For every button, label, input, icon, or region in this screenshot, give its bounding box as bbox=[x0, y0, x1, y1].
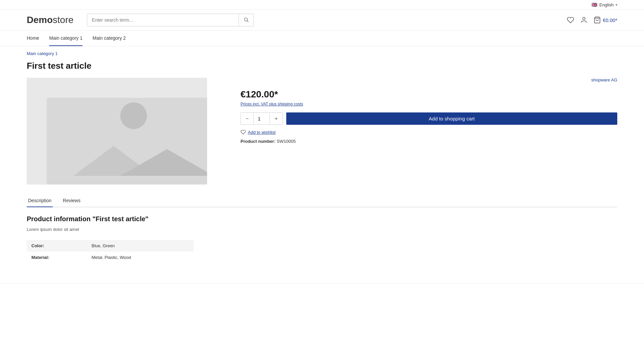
mountains-svg bbox=[53, 139, 207, 179]
cart-price: €0.00* bbox=[603, 17, 617, 23]
property-label-color: Color: bbox=[27, 240, 87, 252]
header-icons: €0.00* bbox=[567, 16, 617, 24]
breadcrumb-label: Main category 1 bbox=[27, 51, 58, 56]
quantity-control: − + bbox=[240, 112, 283, 125]
price-info-link[interactable]: Prices incl. VAT plus shipping costs bbox=[240, 102, 617, 106]
search-icon bbox=[244, 17, 249, 22]
placeholder-mountains bbox=[47, 139, 207, 180]
property-value-color: Blue, Green bbox=[87, 240, 194, 252]
nav-item-home[interactable]: Home bbox=[27, 31, 39, 46]
chevron-down-icon: ▾ bbox=[616, 3, 617, 7]
heart-wishlist-icon bbox=[240, 129, 246, 135]
product-left: First test article bbox=[27, 61, 220, 185]
logo-demo: Demo bbox=[27, 15, 53, 25]
tab-reviews[interactable]: Reviews bbox=[61, 195, 82, 207]
top-bar: 🇬🇧 English ▾ bbox=[0, 0, 644, 10]
heart-header-icon bbox=[567, 16, 574, 24]
account-icon bbox=[580, 16, 588, 24]
properties-table: Color: Blue, Green Material: Metal, Plas… bbox=[27, 240, 194, 263]
product-number-label: Product number: bbox=[240, 139, 276, 144]
search-button[interactable] bbox=[238, 14, 254, 26]
navigation: Home Main category 1 Main category 2 bbox=[0, 31, 644, 46]
manufacturer-link[interactable]: shopware AG bbox=[240, 77, 617, 82]
property-value-material: Metal, Plastic, Wood bbox=[87, 252, 194, 263]
product-image-placeholder bbox=[47, 98, 207, 185]
product-number: Product number: SW10005 bbox=[240, 139, 617, 144]
product-price: €120.00* bbox=[240, 89, 617, 100]
logo-store: store bbox=[53, 15, 73, 25]
search-bar bbox=[87, 14, 254, 26]
nav-item-main-category-2[interactable]: Main category 2 bbox=[93, 31, 126, 46]
product-title: First test article bbox=[27, 61, 220, 71]
footer-divider bbox=[0, 283, 644, 284]
tab-description[interactable]: Description bbox=[27, 195, 53, 207]
quantity-decrease-button[interactable]: − bbox=[241, 113, 253, 124]
quantity-increase-button[interactable]: + bbox=[270, 113, 282, 124]
product-image-main bbox=[27, 78, 207, 185]
search-input[interactable] bbox=[87, 14, 238, 26]
cart-button[interactable]: €0.00* bbox=[594, 16, 617, 24]
table-row: Color: Blue, Green bbox=[27, 240, 194, 252]
table-row: Material: Metal, Plastic, Wood bbox=[27, 252, 194, 263]
product-number-value: SW10005 bbox=[277, 139, 296, 144]
product-right: shopware AG €120.00* Prices incl. VAT pl… bbox=[240, 61, 617, 185]
account-button[interactable] bbox=[580, 16, 588, 24]
quantity-input[interactable] bbox=[253, 113, 270, 124]
placeholder-circle bbox=[120, 102, 147, 129]
logo[interactable]: Demostore bbox=[27, 15, 73, 25]
cart-icon bbox=[594, 16, 601, 24]
product-description: Lorem ipsum dolor sit amet bbox=[27, 227, 617, 232]
header: Demostore €0.00* bbox=[0, 10, 644, 31]
wishlist-link[interactable]: Add to wishlist bbox=[248, 130, 276, 135]
wishlist-header-button[interactable] bbox=[567, 16, 574, 24]
tabs: Description Reviews bbox=[27, 195, 617, 207]
quantity-cart-row: − + Add to shopping cart bbox=[240, 112, 617, 125]
svg-point-2 bbox=[583, 17, 585, 20]
language-label: English bbox=[599, 2, 614, 7]
tabs-section: Description Reviews Product information … bbox=[0, 185, 644, 263]
add-to-cart-button[interactable]: Add to shopping cart bbox=[286, 112, 617, 125]
product-info-title: Product information "First test article" bbox=[27, 215, 617, 223]
wishlist-row: Add to wishlist bbox=[240, 129, 617, 135]
product-section: First test article shopware AG €120.00* … bbox=[0, 61, 644, 185]
flag-icon: 🇬🇧 bbox=[592, 2, 597, 7]
language-selector[interactable]: 🇬🇧 English ▾ bbox=[592, 2, 617, 7]
breadcrumb[interactable]: Main category 1 bbox=[0, 46, 644, 57]
property-label-material: Material: bbox=[27, 252, 87, 263]
svg-point-0 bbox=[245, 18, 248, 21]
nav-item-main-category-1[interactable]: Main category 1 bbox=[49, 31, 83, 46]
svg-line-1 bbox=[247, 21, 249, 22]
